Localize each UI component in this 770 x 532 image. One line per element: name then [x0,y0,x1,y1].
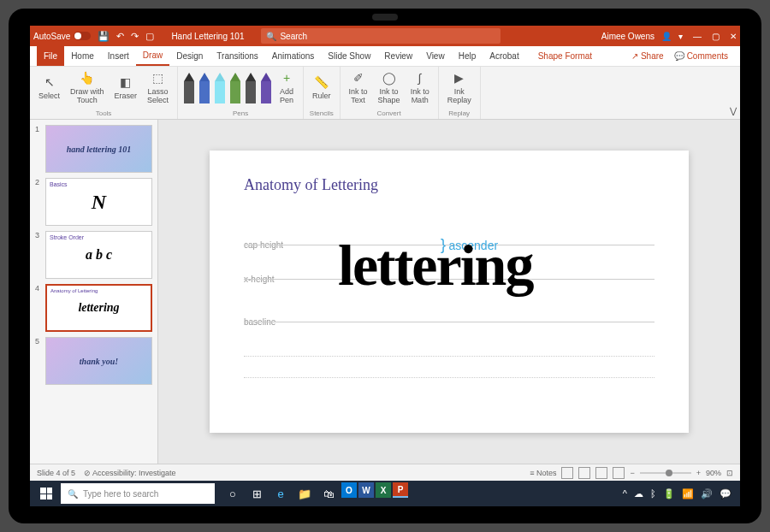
draw-touch-button[interactable]: 👆Draw with Touch [67,69,108,107]
thumbnail-panel[interactable]: 1 hand lettering 101 2 BasicsN 3 Stroke … [30,120,158,464]
comments-button[interactable]: 💬Comments [669,51,733,61]
notes-button[interactable]: ≡ Notes [530,469,556,477]
ink-text-icon: ✐ [351,71,366,86]
ink-math-button[interactable]: ∫Ink to Math [407,69,433,107]
thumb-slide-4[interactable]: Anatomy of Letteringlettering [45,284,152,332]
eraser-button[interactable]: ◧Eraser [111,74,141,103]
group-pens: +Add Pen Pens [178,67,304,119]
user-name[interactable]: Aimee Owens [601,32,654,41]
collapse-ribbon-button[interactable]: ⋁ [726,103,740,119]
pen-2[interactable] [199,73,210,103]
pen-5[interactable] [246,73,256,103]
pen-1[interactable] [184,73,194,103]
user-avatar-icon[interactable]: 👤 [661,32,672,41]
tab-transitions[interactable]: Transitions [210,46,265,66]
thumb-2[interactable]: 2 BasicsN [35,178,152,226]
slide-canvas[interactable]: Anatomy of Lettering cap height x-height… [210,151,689,433]
ribbon: ↖Select 👆Draw with Touch ◧Eraser ⬚Lasso … [30,67,740,120]
search-box[interactable]: 🔍 Search [261,28,500,44]
zoom-in-button[interactable]: + [696,469,701,477]
tab-review[interactable]: Review [377,46,419,66]
chevron-up-icon[interactable]: ^ [623,488,627,499]
close-icon[interactable]: ✕ [730,32,737,41]
reading-view-icon[interactable] [595,467,607,479]
pen-4[interactable] [230,73,240,103]
pen-6[interactable] [261,73,271,103]
task-view-icon[interactable]: ⊞ [246,482,268,505]
ribbon-options-icon[interactable]: ▾ [678,32,683,41]
tab-draw[interactable]: Draw [136,46,169,66]
onedrive-icon[interactable]: ☁ [634,488,643,499]
thumb-1[interactable]: 1 hand lettering 101 [35,125,152,173]
ribbon-tabs: File Home Insert Draw Design Transitions… [30,46,740,67]
normal-view-icon[interactable] [561,467,573,479]
bluetooth-icon[interactable]: ᛒ [650,488,656,499]
thumb-slide-3[interactable]: Stroke Ordera b c [45,231,152,279]
tab-file[interactable]: File [37,46,64,66]
minimize-icon[interactable]: — [693,32,702,41]
autosave-toggle[interactable]: AutoSave [33,32,91,41]
tab-home[interactable]: Home [64,46,101,66]
tab-design[interactable]: Design [169,46,210,66]
thumb-3[interactable]: 3 Stroke Ordera b c [35,231,152,279]
tab-help[interactable]: Help [452,46,483,66]
outlook-icon[interactable]: O [341,482,357,498]
word-icon[interactable]: W [358,482,374,498]
redo-icon[interactable]: ↷ [131,31,139,42]
maximize-icon[interactable]: ▢ [712,32,720,41]
tab-shape-format[interactable]: Shape Format [531,46,599,66]
ink-text-button[interactable]: ✐Ink to Text [346,69,371,107]
select-button[interactable]: ↖Select [35,74,63,103]
tab-insert[interactable]: Insert [101,46,136,66]
tab-view[interactable]: View [419,46,452,66]
present-icon[interactable]: ▢ [145,31,154,42]
zoom-level[interactable]: 90% [706,469,721,477]
thumb-slide-5[interactable]: thank you! [45,337,152,385]
search-icon: 🔍 [68,489,78,499]
group-replay: ▶Ink Replay Replay [439,67,481,119]
slide-count[interactable]: Slide 4 of 5 [37,469,75,477]
cortana-icon[interactable]: ○ [222,482,244,505]
fit-window-button[interactable]: ⊡ [726,469,733,477]
battery-icon[interactable]: 🔋 [663,488,675,499]
slideshow-view-icon[interactable] [613,467,625,479]
save-icon[interactable]: 💾 [98,31,110,42]
thumb-slide-2[interactable]: BasicsN [45,178,152,226]
tab-slideshow[interactable]: Slide Show [321,46,377,66]
tab-acrobat[interactable]: Acrobat [483,46,525,66]
canvas-area[interactable]: Anatomy of Lettering cap height x-height… [158,120,740,464]
volume-icon[interactable]: 🔊 [701,488,713,499]
cursor-icon: ↖ [42,75,57,91]
action-center-icon[interactable]: 💬 [720,488,732,499]
tab-animations[interactable]: Animations [265,46,321,66]
zoom-slider[interactable] [640,472,691,474]
undo-icon[interactable]: ↶ [116,31,124,42]
ink-replay-button[interactable]: ▶Ink Replay [444,69,475,107]
title-bar-right: Aimee Owens 👤 ▾ — ▢ ✕ [601,32,737,41]
edge-icon[interactable]: e [270,482,292,505]
ink-shape-button[interactable]: ◯Ink to Shape [375,69,404,107]
taskbar-search-placeholder: Type here to search [83,489,158,499]
store-icon[interactable]: 🛍 [317,482,340,505]
thumb-slide-1[interactable]: hand lettering 101 [45,125,152,173]
excel-icon[interactable]: X [376,482,391,498]
autosave-label: AutoSave [33,32,70,41]
thumb-4[interactable]: 4 Anatomy of Letteringlettering [35,284,152,332]
accessibility-status[interactable]: ⊘ Accessibility: Investigate [84,469,176,477]
device-camera [372,14,398,21]
start-button[interactable] [33,482,59,505]
lasso-button[interactable]: ⬚Lasso Select [144,69,172,107]
taskbar-search[interactable]: 🔍 Type here to search [61,483,215,504]
powerpoint-icon[interactable]: P [393,482,408,498]
group-label-tools: Tools [35,108,172,117]
toggle-switch[interactable] [74,32,91,40]
ruler-button[interactable]: 📏Ruler [309,74,335,103]
explorer-icon[interactable]: 📁 [293,482,316,505]
share-button[interactable]: ↗Share [626,51,669,61]
add-pen-button[interactable]: +Add Pen [275,69,298,107]
thumb-5[interactable]: 5 thank you! [35,337,152,385]
zoom-out-button[interactable]: − [630,469,634,477]
pen-3[interactable] [215,73,225,103]
sorter-view-icon[interactable] [578,467,590,479]
wifi-icon[interactable]: 📶 [682,488,694,499]
